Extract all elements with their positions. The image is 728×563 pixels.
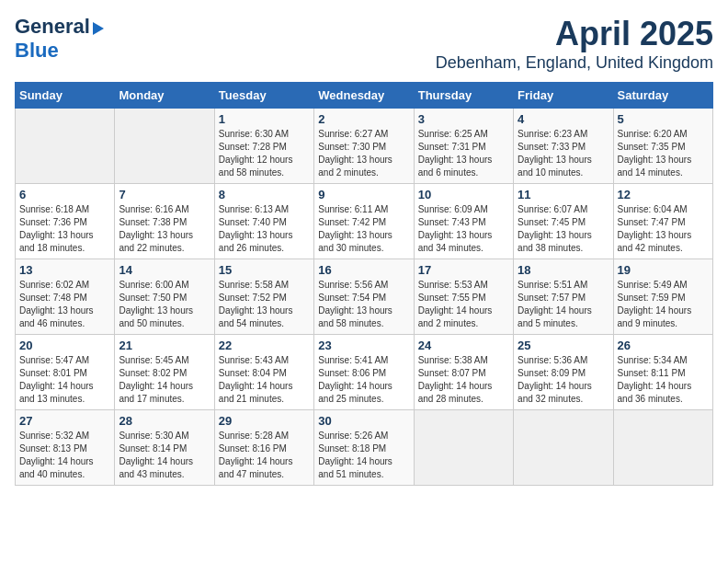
day-number: 6	[19, 188, 110, 201]
day-info: Sunrise: 6:23 AM Sunset: 7:33 PM Dayligh…	[518, 128, 609, 179]
calendar-cell: 17Sunrise: 5:53 AM Sunset: 7:55 PM Dayli…	[414, 259, 513, 335]
calendar-cell: 14Sunrise: 6:00 AM Sunset: 7:50 PM Dayli…	[115, 259, 214, 335]
day-number: 15	[219, 263, 310, 277]
day-info: Sunrise: 6:16 AM Sunset: 7:38 PM Dayligh…	[119, 203, 210, 255]
day-number: 8	[219, 188, 310, 201]
calendar-cell: 23Sunrise: 5:41 AM Sunset: 8:06 PM Dayli…	[314, 335, 414, 410]
day-info: Sunrise: 5:36 AM Sunset: 8:09 PM Dayligh…	[518, 354, 609, 406]
day-number: 28	[119, 414, 210, 428]
calendar-cell: 5Sunrise: 6:20 AM Sunset: 7:35 PM Daylig…	[613, 109, 712, 184]
day-number: 5	[618, 112, 709, 126]
day-of-week-header: Wednesday	[314, 83, 414, 109]
day-number: 14	[119, 263, 210, 277]
day-number: 11	[518, 188, 609, 201]
calendar-cell: 9Sunrise: 6:11 AM Sunset: 7:42 PM Daylig…	[314, 184, 414, 259]
day-number: 4	[518, 112, 609, 126]
calendar-cell: 28Sunrise: 5:30 AM Sunset: 8:14 PM Dayli…	[115, 410, 214, 486]
logo: General Blue	[15, 15, 104, 63]
day-number: 17	[418, 263, 509, 277]
calendar-cell: 8Sunrise: 6:13 AM Sunset: 7:40 PM Daylig…	[214, 184, 313, 259]
day-number: 3	[418, 112, 509, 126]
calendar-cell: 13Sunrise: 6:02 AM Sunset: 7:48 PM Dayli…	[16, 259, 115, 335]
calendar-cell: 4Sunrise: 6:23 AM Sunset: 7:33 PM Daylig…	[514, 109, 613, 184]
calendar-cell: 18Sunrise: 5:51 AM Sunset: 7:57 PM Dayli…	[514, 259, 613, 335]
day-number: 7	[119, 188, 210, 201]
day-info: Sunrise: 6:07 AM Sunset: 7:45 PM Dayligh…	[518, 203, 609, 255]
calendar-week-row: 20Sunrise: 5:47 AM Sunset: 8:01 PM Dayli…	[16, 335, 713, 410]
calendar-cell: 15Sunrise: 5:58 AM Sunset: 7:52 PM Dayli…	[214, 259, 313, 335]
day-number: 21	[119, 339, 210, 352]
day-info: Sunrise: 5:26 AM Sunset: 8:18 PM Dayligh…	[318, 430, 409, 481]
logo-general: General	[15, 15, 90, 39]
day-number: 16	[318, 263, 409, 277]
day-info: Sunrise: 5:34 AM Sunset: 8:11 PM Dayligh…	[618, 354, 709, 406]
day-number: 20	[19, 339, 110, 352]
day-number: 9	[318, 188, 409, 201]
day-info: Sunrise: 5:51 AM Sunset: 7:57 PM Dayligh…	[518, 279, 609, 330]
day-info: Sunrise: 6:02 AM Sunset: 7:48 PM Dayligh…	[19, 279, 110, 330]
day-info: Sunrise: 6:18 AM Sunset: 7:36 PM Dayligh…	[19, 203, 110, 255]
calendar-cell	[613, 410, 712, 486]
calendar-week-row: 13Sunrise: 6:02 AM Sunset: 7:48 PM Dayli…	[16, 259, 713, 335]
day-info: Sunrise: 5:28 AM Sunset: 8:16 PM Dayligh…	[219, 430, 310, 481]
day-number: 30	[318, 414, 409, 428]
calendar-title: April 2025	[436, 15, 713, 53]
day-number: 23	[318, 339, 409, 352]
calendar-subtitle: Debenham, England, United Kingdom	[436, 53, 713, 73]
day-of-week-header: Friday	[514, 83, 613, 109]
calendar-cell: 30Sunrise: 5:26 AM Sunset: 8:18 PM Dayli…	[314, 410, 414, 486]
day-number: 29	[219, 414, 310, 428]
calendar-cell: 27Sunrise: 5:32 AM Sunset: 8:13 PM Dayli…	[16, 410, 115, 486]
calendar-cell: 12Sunrise: 6:04 AM Sunset: 7:47 PM Dayli…	[613, 184, 712, 259]
day-info: Sunrise: 5:45 AM Sunset: 8:02 PM Dayligh…	[119, 354, 210, 406]
calendar-week-row: 27Sunrise: 5:32 AM Sunset: 8:13 PM Dayli…	[16, 410, 713, 486]
day-number: 26	[618, 339, 709, 352]
day-of-week-header: Sunday	[16, 83, 115, 109]
calendar-cell: 29Sunrise: 5:28 AM Sunset: 8:16 PM Dayli…	[214, 410, 313, 486]
calendar-cell: 7Sunrise: 6:16 AM Sunset: 7:38 PM Daylig…	[115, 184, 214, 259]
calendar-cell	[16, 109, 115, 184]
calendar-cell: 20Sunrise: 5:47 AM Sunset: 8:01 PM Dayli…	[16, 335, 115, 410]
page-header: General Blue April 2025 Debenham, Englan…	[15, 15, 713, 73]
calendar-cell: 11Sunrise: 6:07 AM Sunset: 7:45 PM Dayli…	[514, 184, 613, 259]
day-info: Sunrise: 6:13 AM Sunset: 7:40 PM Dayligh…	[219, 203, 310, 255]
day-info: Sunrise: 5:58 AM Sunset: 7:52 PM Dayligh…	[219, 279, 310, 330]
day-info: Sunrise: 6:00 AM Sunset: 7:50 PM Dayligh…	[119, 279, 210, 330]
day-number: 10	[418, 188, 509, 201]
calendar-cell: 16Sunrise: 5:56 AM Sunset: 7:54 PM Dayli…	[314, 259, 414, 335]
day-number: 22	[219, 339, 310, 352]
day-number: 2	[318, 112, 409, 126]
day-info: Sunrise: 6:30 AM Sunset: 7:28 PM Dayligh…	[219, 128, 310, 179]
day-of-week-header: Monday	[115, 83, 214, 109]
day-info: Sunrise: 6:11 AM Sunset: 7:42 PM Dayligh…	[318, 203, 409, 255]
calendar-cell: 21Sunrise: 5:45 AM Sunset: 8:02 PM Dayli…	[115, 335, 214, 410]
calendar-cell: 2Sunrise: 6:27 AM Sunset: 7:30 PM Daylig…	[314, 109, 414, 184]
calendar-cell: 24Sunrise: 5:38 AM Sunset: 8:07 PM Dayli…	[414, 335, 513, 410]
day-number: 18	[518, 263, 609, 277]
calendar-cell	[514, 410, 613, 486]
day-info: Sunrise: 5:32 AM Sunset: 8:13 PM Dayligh…	[19, 430, 110, 481]
day-number: 19	[618, 263, 709, 277]
day-info: Sunrise: 5:30 AM Sunset: 8:14 PM Dayligh…	[119, 430, 210, 481]
day-info: Sunrise: 6:09 AM Sunset: 7:43 PM Dayligh…	[418, 203, 509, 255]
calendar-cell	[414, 410, 513, 486]
day-info: Sunrise: 5:41 AM Sunset: 8:06 PM Dayligh…	[318, 354, 409, 406]
logo-blue: Blue	[15, 39, 59, 62]
days-header-row: SundayMondayTuesdayWednesdayThursdayFrid…	[16, 83, 713, 109]
calendar-cell: 22Sunrise: 5:43 AM Sunset: 8:04 PM Dayli…	[214, 335, 313, 410]
calendar-table: SundayMondayTuesdayWednesdayThursdayFrid…	[15, 82, 713, 486]
calendar-cell: 6Sunrise: 6:18 AM Sunset: 7:36 PM Daylig…	[16, 184, 115, 259]
day-number: 25	[518, 339, 609, 352]
day-info: Sunrise: 6:04 AM Sunset: 7:47 PM Dayligh…	[618, 203, 709, 255]
logo-arrow-icon	[93, 22, 104, 35]
day-info: Sunrise: 5:56 AM Sunset: 7:54 PM Dayligh…	[318, 279, 409, 330]
day-number: 13	[19, 263, 110, 277]
calendar-cell: 26Sunrise: 5:34 AM Sunset: 8:11 PM Dayli…	[613, 335, 712, 410]
day-of-week-header: Tuesday	[214, 83, 313, 109]
calendar-cell	[115, 109, 214, 184]
day-number: 12	[618, 188, 709, 201]
calendar-week-row: 6Sunrise: 6:18 AM Sunset: 7:36 PM Daylig…	[16, 184, 713, 259]
day-info: Sunrise: 5:38 AM Sunset: 8:07 PM Dayligh…	[418, 354, 509, 406]
calendar-title-area: April 2025 Debenham, England, United Kin…	[436, 15, 713, 73]
day-info: Sunrise: 5:53 AM Sunset: 7:55 PM Dayligh…	[418, 279, 509, 330]
